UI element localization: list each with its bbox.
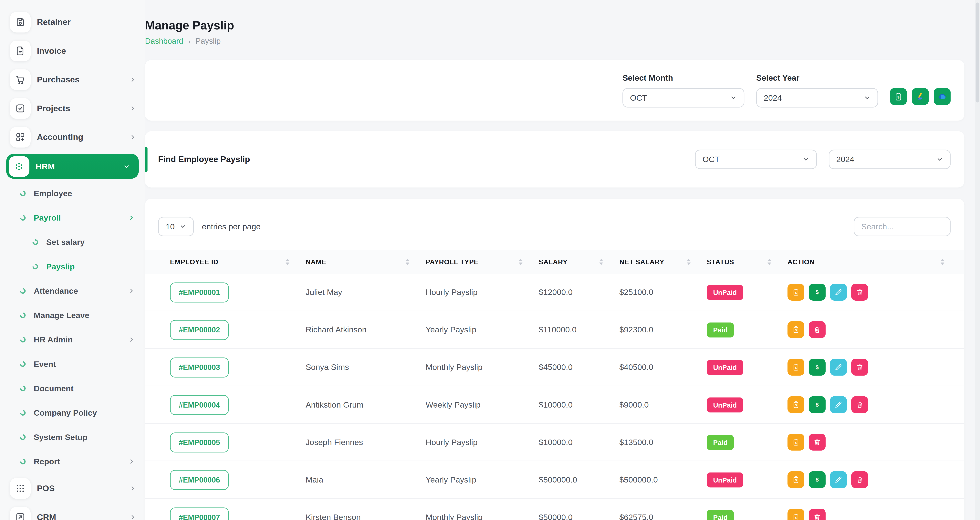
year-select-value: 2024	[764, 93, 782, 103]
find-month-select[interactable]: OCT	[695, 150, 817, 169]
sort-icon[interactable]	[599, 259, 603, 265]
sidebar-item-crm[interactable]: CRM	[0, 503, 145, 520]
column-header-action[interactable]: ACTION	[788, 258, 946, 266]
sort-icon[interactable]	[687, 259, 690, 265]
payslip-button[interactable]	[788, 471, 804, 488]
pay-button[interactable]	[809, 396, 826, 413]
sidebar-subitem-payroll[interactable]: Payroll	[0, 206, 145, 230]
scrollbar[interactable]	[975, 0, 980, 520]
bulk-payslip-button[interactable]	[890, 88, 907, 105]
status-badge: Paid	[707, 322, 734, 337]
sort-icon[interactable]	[519, 259, 522, 265]
sidebar-item-projects[interactable]: Projects	[0, 94, 145, 122]
status-badge: UnPaid	[707, 397, 743, 412]
accent-bar	[145, 147, 148, 172]
sort-icon[interactable]	[406, 259, 409, 265]
status-badge: Paid	[707, 435, 734, 450]
scrollbar-thumb[interactable]	[976, 3, 979, 103]
delete-button[interactable]	[809, 509, 826, 520]
entries-per-page-select[interactable]: 10	[158, 217, 194, 236]
chevron-down-icon	[802, 156, 809, 163]
employee-id-link[interactable]: #EMP00003	[170, 357, 229, 377]
sidebar-subitem-report[interactable]: Report	[0, 449, 145, 474]
sidebar-subitem-manage-leave[interactable]: Manage Leave	[0, 303, 145, 328]
employee-id-link[interactable]: #EMP00002	[170, 320, 229, 340]
delete-button[interactable]	[851, 284, 868, 301]
row-actions	[788, 396, 946, 413]
pay-button[interactable]	[809, 471, 826, 488]
payslip-button[interactable]	[788, 321, 804, 338]
delete-button[interactable]	[809, 434, 826, 450]
sidebar-subitem-payslip[interactable]: Payslip	[0, 254, 145, 279]
chevron-down-icon	[123, 163, 130, 170]
sidebar-item-hrm[interactable]: HRM	[6, 154, 139, 178]
table-header: EMPLOYEE IDNAMEPAYROLL TYPESALARYNET SAL…	[145, 250, 964, 274]
delete-button[interactable]	[851, 471, 868, 488]
sidebar-subitem-hr-admin[interactable]: HR Admin	[0, 328, 145, 352]
column-header-name[interactable]: NAME	[305, 258, 426, 266]
employee-id-link[interactable]: #EMP00006	[170, 469, 229, 490]
sort-icon[interactable]	[286, 259, 289, 265]
trash-icon	[813, 513, 821, 520]
employee-id-link[interactable]: #EMP00007	[170, 507, 229, 520]
search-input[interactable]	[854, 217, 951, 236]
employee-id-link[interactable]: #EMP00004	[170, 394, 229, 415]
payroll-type: Weekly Payslip	[426, 400, 539, 409]
sidebar-subitem-system-setup[interactable]: System Setup	[0, 425, 145, 449]
edit-button[interactable]	[830, 359, 847, 375]
edit-button[interactable]	[830, 284, 847, 301]
employee-id-link[interactable]: #EMP00001	[170, 282, 229, 302]
year-filter-group: Select Year 2024	[756, 73, 878, 108]
sidebar-subitem-event[interactable]: Event	[0, 352, 145, 376]
bullet-icon	[19, 409, 27, 417]
payslip-button[interactable]	[788, 359, 804, 375]
edit-button[interactable]	[830, 471, 847, 488]
chevron-right-icon	[129, 485, 136, 491]
chevron-right-icon	[128, 288, 135, 294]
pay-button[interactable]	[809, 284, 826, 301]
sidebar-item-accounting[interactable]: Accounting	[0, 122, 145, 151]
month-select[interactable]: OCT	[622, 88, 745, 108]
payroll-type: Monthly Payslip	[426, 512, 539, 520]
sidebar-item-invoice[interactable]: Invoice	[0, 36, 145, 65]
pos-icon	[10, 478, 30, 498]
sidebar-subitem-employee[interactable]: Employee	[0, 181, 145, 206]
net-salary: $25100.0	[619, 288, 707, 297]
payslip-button[interactable]	[788, 509, 804, 520]
delete-button[interactable]	[851, 359, 868, 375]
bullet-icon	[19, 287, 27, 295]
payslip-button[interactable]	[788, 284, 804, 301]
export-drive-button[interactable]	[912, 88, 929, 105]
column-header-payroll-type[interactable]: PAYROLL TYPE	[426, 258, 539, 266]
column-header-net-salary[interactable]: NET SALARY	[619, 258, 707, 266]
delete-button[interactable]	[851, 396, 868, 413]
find-year-select[interactable]: 2024	[829, 150, 951, 169]
row-actions	[788, 471, 946, 488]
sidebar-subitem-set-salary[interactable]: Set salary	[0, 230, 145, 254]
sidebar-item-pos[interactable]: POS	[0, 474, 145, 503]
column-header-status[interactable]: STATUS	[707, 258, 788, 266]
sidebar-subitem-attendance[interactable]: Attendance	[0, 279, 145, 303]
breadcrumb-dashboard-link[interactable]: Dashboard	[145, 37, 183, 46]
sidebar-subitem-company-policy[interactable]: Company Policy	[0, 401, 145, 425]
column-header-salary[interactable]: SALARY	[539, 258, 619, 266]
column-header-employee-id[interactable]: EMPLOYEE ID	[170, 258, 305, 266]
sidebar-item-retainer[interactable]: Retainer	[0, 8, 145, 36]
export-cloud-button[interactable]	[934, 88, 951, 105]
sort-icon[interactable]	[940, 259, 944, 265]
edit-button[interactable]	[830, 396, 847, 413]
payslip-button[interactable]	[788, 434, 804, 450]
row-actions	[788, 359, 946, 375]
payslip-button[interactable]	[788, 396, 804, 413]
sidebar-item-purchases[interactable]: Purchases	[0, 65, 145, 94]
sidebar-subitem-document[interactable]: Document	[0, 376, 145, 401]
year-select[interactable]: 2024	[756, 88, 878, 108]
row-actions	[788, 321, 946, 338]
pay-button[interactable]	[809, 359, 826, 375]
delete-button[interactable]	[809, 321, 826, 338]
chevron-down-icon	[730, 94, 737, 101]
sort-icon[interactable]	[767, 259, 771, 265]
employee-id-link[interactable]: #EMP00005	[170, 432, 229, 452]
salary: $500000.0	[539, 475, 619, 485]
breadcrumb: Dashboard › Payslip	[145, 37, 980, 46]
